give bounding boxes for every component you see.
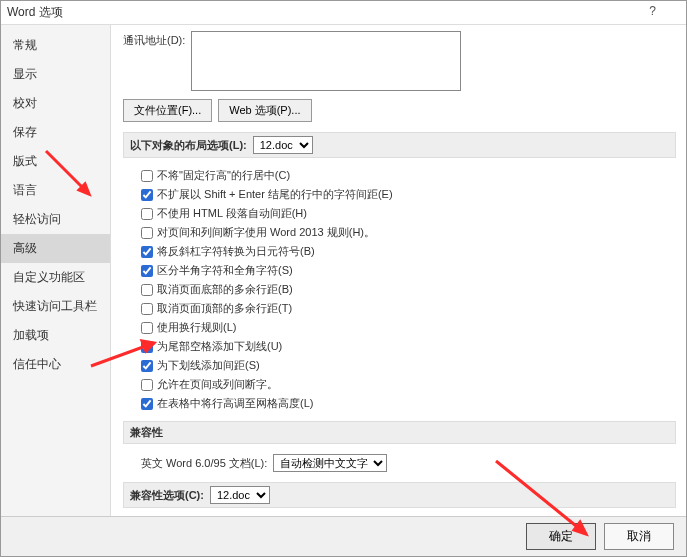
main-panel: 通讯地址(D): 文件位置(F)... Web 选项(P)... 以下对象的布局… bbox=[111, 25, 686, 516]
compat-doc-mode-select[interactable]: 自动检测中文文字 bbox=[273, 454, 387, 472]
layout-options-header: 以下对象的布局选项(L): 12.doc bbox=[123, 132, 676, 158]
window-title: Word 选项 bbox=[7, 4, 63, 21]
layout-option-1[interactable]: 不扩展以 Shift + Enter 结尾的行中的字符间距(E) bbox=[141, 185, 676, 204]
sidebar-item-10[interactable]: 加载项 bbox=[1, 321, 110, 350]
compat-heading: 兼容性 bbox=[123, 421, 676, 444]
sidebar-item-7[interactable]: 高级 bbox=[1, 234, 110, 263]
layout-option-label-12: 在表格中将行高调至网格高度(L) bbox=[157, 396, 313, 411]
sidebar-item-2[interactable]: 校对 bbox=[1, 89, 110, 118]
sidebar-item-8[interactable]: 自定义功能区 bbox=[1, 263, 110, 292]
layout-option-checkbox-0[interactable] bbox=[141, 170, 153, 182]
layout-option-checkbox-12[interactable] bbox=[141, 398, 153, 410]
word-options-dialog: Word 选项 ? 常规显示校对保存版式语言轻松访问高级自定义功能区快速访问工具… bbox=[0, 0, 687, 557]
layout-option-9[interactable]: 为尾部空格添加下划线(U) bbox=[141, 337, 676, 356]
layout-option-checkbox-4[interactable] bbox=[141, 246, 153, 258]
mailing-address-input[interactable] bbox=[191, 31, 461, 91]
layout-option-label-1: 不扩展以 Shift + Enter 结尾的行中的字符间距(E) bbox=[157, 187, 393, 202]
compat-options-header: 兼容性选项(C): 12.doc bbox=[123, 482, 676, 508]
layout-option-checkbox-8[interactable] bbox=[141, 322, 153, 334]
layout-option-checkbox-2[interactable] bbox=[141, 208, 153, 220]
layout-option-2[interactable]: 不使用 HTML 段落自动间距(H) bbox=[141, 204, 676, 223]
layout-option-0[interactable]: 不将"固定行高"的行居中(C) bbox=[141, 166, 676, 185]
layout-option-label-8: 使用换行规则(L) bbox=[157, 320, 236, 335]
layout-option-label-7: 取消页面顶部的多余行距(T) bbox=[157, 301, 292, 316]
layout-option-checkbox-3[interactable] bbox=[141, 227, 153, 239]
layout-option-4[interactable]: 将反斜杠字符转换为日元符号(B) bbox=[141, 242, 676, 261]
layout-options-doc-select[interactable]: 12.doc bbox=[253, 136, 313, 154]
layout-option-checkbox-1[interactable] bbox=[141, 189, 153, 201]
sidebar-item-11[interactable]: 信任中心 bbox=[1, 350, 110, 379]
layout-option-checkbox-11[interactable] bbox=[141, 379, 153, 391]
sidebar-item-5[interactable]: 语言 bbox=[1, 176, 110, 205]
layout-options-label: 以下对象的布局选项(L): bbox=[130, 138, 247, 153]
mailing-address-row: 通讯地址(D): bbox=[123, 31, 676, 91]
layout-option-label-4: 将反斜杠字符转换为日元符号(B) bbox=[157, 244, 315, 259]
file-locations-button[interactable]: 文件位置(F)... bbox=[123, 99, 212, 122]
layout-option-checkbox-6[interactable] bbox=[141, 284, 153, 296]
layout-option-label-3: 对页间和列间断字使用 Word 2013 规则(H)。 bbox=[157, 225, 375, 240]
sidebar-item-3[interactable]: 保存 bbox=[1, 118, 110, 147]
layout-option-label-6: 取消页面底部的多余行距(B) bbox=[157, 282, 293, 297]
layout-option-label-0: 不将"固定行高"的行居中(C) bbox=[157, 168, 290, 183]
layout-option-label-11: 允许在页间或列间断字。 bbox=[157, 377, 278, 392]
layout-option-10[interactable]: 为下划线添加间距(S) bbox=[141, 356, 676, 375]
layout-option-label-9: 为尾部空格添加下划线(U) bbox=[157, 339, 282, 354]
layout-option-8[interactable]: 使用换行规则(L) bbox=[141, 318, 676, 337]
help-button[interactable]: ? bbox=[649, 4, 656, 18]
layout-option-12[interactable]: 在表格中将行高调至网格高度(L) bbox=[141, 394, 676, 413]
layout-option-label-2: 不使用 HTML 段落自动间距(H) bbox=[157, 206, 307, 221]
dialog-footer: 确定 取消 bbox=[1, 516, 686, 556]
layout-option-6[interactable]: 取消页面底部的多余行距(B) bbox=[141, 280, 676, 299]
layout-option-3[interactable]: 对页间和列间断字使用 Word 2013 规则(H)。 bbox=[141, 223, 676, 242]
layout-option-checkbox-9[interactable] bbox=[141, 341, 153, 353]
ok-button[interactable]: 确定 bbox=[526, 523, 596, 550]
compat-options-label: 兼容性选项(C): bbox=[130, 488, 204, 503]
sidebar-item-1[interactable]: 显示 bbox=[1, 60, 110, 89]
compat-heading-label: 兼容性 bbox=[130, 425, 163, 440]
toolbar-buttons: 文件位置(F)... Web 选项(P)... bbox=[123, 99, 676, 122]
compat-doc-label: 英文 Word 6.0/95 文档(L): bbox=[141, 456, 267, 471]
layout-option-checkbox-5[interactable] bbox=[141, 265, 153, 277]
sidebar: 常规显示校对保存版式语言轻松访问高级自定义功能区快速访问工具栏加载项信任中心 bbox=[1, 25, 111, 516]
dialog-body: 常规显示校对保存版式语言轻松访问高级自定义功能区快速访问工具栏加载项信任中心 通… bbox=[1, 25, 686, 516]
compat-doc-row: 英文 Word 6.0/95 文档(L): 自动检测中文文字 bbox=[123, 450, 676, 482]
layout-option-checkbox-7[interactable] bbox=[141, 303, 153, 315]
sidebar-item-9[interactable]: 快速访问工具栏 bbox=[1, 292, 110, 321]
sidebar-item-6[interactable]: 轻松访问 bbox=[1, 205, 110, 234]
web-options-button[interactable]: Web 选项(P)... bbox=[218, 99, 311, 122]
layout-option-label-5: 区分半角字符和全角字符(S) bbox=[157, 263, 293, 278]
cancel-button[interactable]: 取消 bbox=[604, 523, 674, 550]
sidebar-item-0[interactable]: 常规 bbox=[1, 31, 110, 60]
mailing-address-label: 通讯地址(D): bbox=[123, 31, 185, 48]
layout-options-list: 不将"固定行高"的行居中(C)不扩展以 Shift + Enter 结尾的行中的… bbox=[123, 164, 676, 421]
titlebar: Word 选项 ? bbox=[1, 1, 686, 25]
layout-option-11[interactable]: 允许在页间或列间断字。 bbox=[141, 375, 676, 394]
layout-option-5[interactable]: 区分半角字符和全角字符(S) bbox=[141, 261, 676, 280]
layout-option-7[interactable]: 取消页面顶部的多余行距(T) bbox=[141, 299, 676, 318]
layout-option-label-10: 为下划线添加间距(S) bbox=[157, 358, 260, 373]
compat-options-doc-select[interactable]: 12.doc bbox=[210, 486, 270, 504]
layout-option-checkbox-10[interactable] bbox=[141, 360, 153, 372]
sidebar-item-4[interactable]: 版式 bbox=[1, 147, 110, 176]
